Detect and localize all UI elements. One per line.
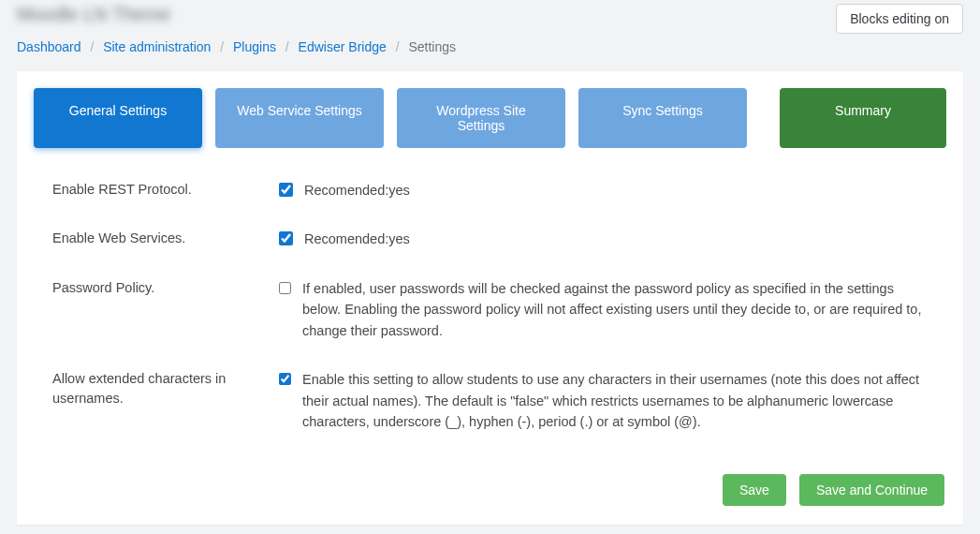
setting-desc: If enabled, user passwords will be check… [302,278,928,341]
setting-row-extended-chars: Allow extended characters in usernames. … [52,369,928,432]
tabs: General Settings Web Service Settings Wo… [34,88,946,148]
breadcrumb-sep: / [396,39,400,54]
setting-label: Enable REST Protocol. [52,180,279,200]
setting-label: Enable Web Services. [52,229,279,248]
blocks-editing-button[interactable]: Blocks editing on [836,4,963,34]
breadcrumb-dashboard[interactable]: Dashboard [17,39,81,54]
breadcrumb: Dashboard / Site administration / Plugin… [0,34,980,71]
breadcrumb-plugins[interactable]: Plugins [233,39,276,54]
breadcrumb-site-admin[interactable]: Site administration [103,39,211,54]
tab-general-settings[interactable]: General Settings [34,88,202,148]
tab-wordpress-site-settings[interactable]: Wordpress Site Settings [397,88,565,148]
setting-row-rest-protocol: Enable REST Protocol. Recomended:yes [52,180,928,200]
setting-row-web-services: Enable Web Services. Recomended:yes [52,229,928,249]
setting-desc: Recomended:yes [304,180,410,200]
breadcrumb-edwiser-bridge[interactable]: Edwiser Bridge [299,39,387,54]
checkbox-password-policy[interactable] [279,281,291,295]
setting-row-password-policy: Password Policy. If enabled, user passwo… [52,278,928,341]
breadcrumb-current: Settings [408,39,456,54]
tab-sync-settings[interactable]: Sync Settings [578,88,747,148]
actions: Save Save and Continue [34,474,946,506]
breadcrumb-sep: / [220,39,224,54]
setting-desc: Recomended:yes [304,229,410,249]
checkbox-rest-protocol[interactable] [279,183,293,197]
checkbox-extended-chars[interactable] [279,372,291,386]
settings-card: General Settings Web Service Settings Wo… [17,71,963,525]
tab-web-service-settings[interactable]: Web Service Settings [215,88,384,148]
breadcrumb-sep: / [285,39,289,54]
breadcrumb-sep: / [90,39,94,54]
save-and-continue-button[interactable]: Save and Continue [799,474,944,506]
setting-label: Password Policy. [52,278,279,298]
tab-summary[interactable]: Summary [780,88,946,148]
checkbox-web-services[interactable] [279,231,293,245]
setting-desc: Enable this setting to allow students to… [302,369,928,432]
save-button[interactable]: Save [723,474,786,506]
page-title-blurred: Moodle LN Theme [17,4,170,25]
setting-label: Allow extended characters in usernames. [52,369,279,408]
